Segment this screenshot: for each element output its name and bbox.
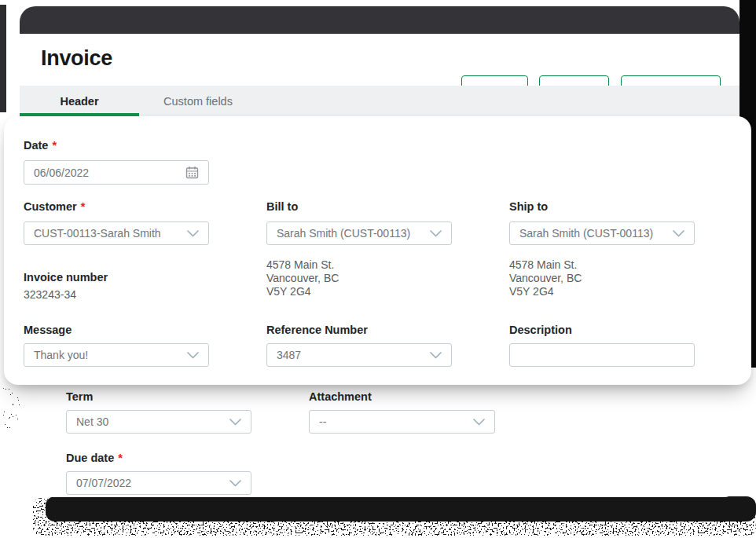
term-select-value: Net 30: [76, 415, 108, 428]
customer-select-value: CUST-00113-Sarah Smith: [34, 227, 161, 240]
reference-number-select[interactable]: 3487: [266, 343, 452, 367]
left-shadow-strip: [0, 5, 6, 112]
tab-bar: Header Custom fields: [20, 86, 739, 116]
customer-select[interactable]: CUST-00113-Sarah Smith: [24, 221, 209, 245]
description-field-label: Description: [509, 324, 572, 336]
app-header-bar: [20, 6, 739, 34]
ship-to-address-line3: V5Y 2G4: [509, 285, 582, 298]
chevron-down-icon: [187, 352, 199, 359]
reference-number-field-label: Reference Number: [266, 324, 368, 336]
reference-number-select-value: 3487: [277, 349, 301, 361]
date-field-label: Date*: [24, 139, 57, 152]
tab-custom-fields-label: Custom fields: [163, 95, 233, 108]
invoice-number-value: 323243-34: [24, 288, 76, 301]
bill-to-address-line1: 4578 Main St.: [266, 258, 339, 272]
calendar-icon: [185, 166, 199, 179]
tab-header[interactable]: Header: [20, 86, 139, 116]
screenshot-stage: Invoice Post Draft More actions Header C…: [0, 0, 756, 538]
bill-to-address-line2: Vancouver, BC: [266, 272, 339, 285]
date-input[interactable]: 06/06/2022: [24, 160, 209, 185]
invoice-number-label: Invoice number: [24, 271, 108, 284]
attachment-field-label: Attachment: [309, 390, 372, 403]
due-date-select[interactable]: 07/07/2022: [66, 471, 251, 495]
required-asterisk: *: [52, 139, 57, 152]
chevron-down-icon: [229, 419, 241, 426]
date-input-value: 06/06/2022: [34, 167, 89, 179]
attachment-select[interactable]: --: [309, 410, 495, 434]
customer-field-label: Customer*: [24, 200, 85, 213]
page-title: Invoice: [41, 46, 112, 71]
grain-shadow-bottom: [0, 490, 756, 538]
bill-to-address: 4578 Main St. Vancouver, BC V5Y 2G4: [266, 258, 339, 298]
chevron-down-icon: [430, 352, 442, 359]
required-asterisk: *: [81, 200, 86, 213]
term-field-label: Term: [66, 390, 93, 403]
bill-to-field-label: Bill to: [266, 200, 298, 213]
invoice-header-row: Invoice Post Draft More actions: [20, 34, 739, 86]
bill-to-address-line3: V5Y 2G4: [266, 285, 339, 298]
attachment-select-value: --: [319, 415, 326, 428]
overlay-card: Date* 06/06/2022 Customer* CUST-00113-Sa…: [4, 116, 751, 385]
due-date-select-value: 07/07/2022: [76, 477, 131, 489]
chevron-down-icon: [673, 230, 684, 237]
ship-to-address-line2: Vancouver, BC: [509, 272, 582, 285]
term-select[interactable]: Net 30: [66, 410, 251, 434]
due-date-field-label: Due date*: [66, 452, 123, 464]
ship-to-select[interactable]: Sarah Smith (CUST-00113): [509, 221, 695, 245]
tab-custom-fields[interactable]: Custom fields: [139, 86, 257, 116]
description-input[interactable]: [509, 343, 695, 367]
ship-to-field-label: Ship to: [509, 200, 548, 213]
required-asterisk: *: [118, 452, 123, 464]
message-select[interactable]: Thank you!: [24, 343, 209, 367]
ship-to-address: 4578 Main St. Vancouver, BC V5Y 2G4: [509, 258, 582, 298]
bill-to-select-value: Sarah Smith (CUST-00113): [277, 227, 410, 240]
tab-header-label: Header: [60, 95, 98, 108]
message-select-value: Thank you!: [34, 349, 88, 361]
chevron-down-icon: [187, 230, 199, 237]
ship-to-select-value: Sarah Smith (CUST-00113): [519, 227, 653, 240]
chevron-down-icon: [473, 419, 485, 426]
chevron-down-icon: [430, 230, 442, 237]
chevron-down-icon: [229, 480, 241, 487]
message-field-label: Message: [24, 324, 72, 336]
bill-to-select[interactable]: Sarah Smith (CUST-00113): [266, 221, 452, 245]
ship-to-address-line1: 4578 Main St.: [509, 258, 582, 272]
